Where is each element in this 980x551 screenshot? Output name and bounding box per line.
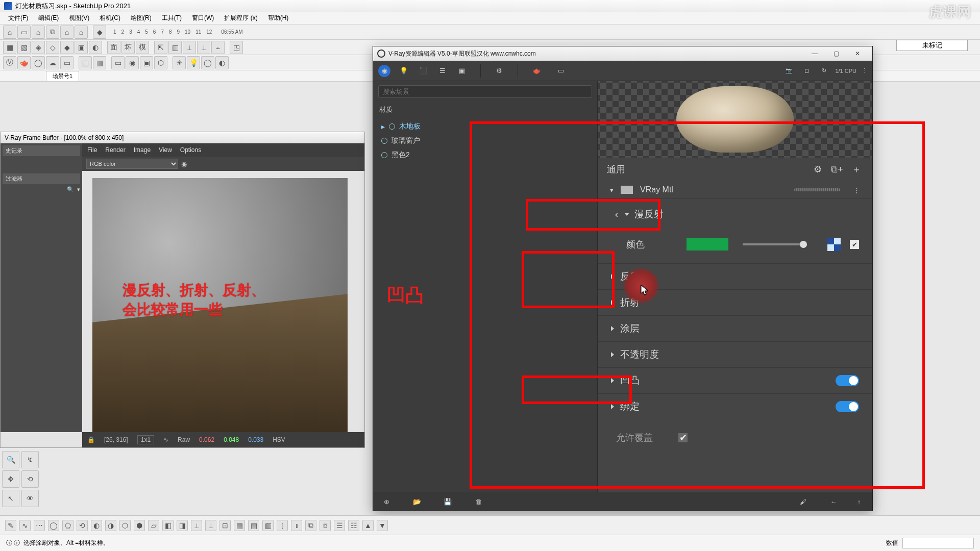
settings-icon[interactable]: ⚙ [493, 65, 505, 77]
timeline-tick[interactable]: 10 [183, 29, 192, 35]
material-preview[interactable] [598, 81, 872, 158]
menu-file[interactable]: 文件(F) [3, 12, 33, 24]
label-icon[interactable]: 面 [107, 41, 120, 54]
tool-icon[interactable]: ◆ [60, 41, 74, 54]
timeline-tick[interactable]: 12 [204, 29, 214, 35]
tool-icon[interactable]: ✎ [5, 520, 16, 531]
timeline-tick[interactable]: 4 [135, 29, 142, 35]
tool-icon[interactable]: ▥ [168, 41, 182, 54]
section-diffuse[interactable]: ‹ 漫反射 [598, 199, 872, 230]
menu-edit[interactable]: 编辑(E) [33, 12, 64, 24]
tool-icon[interactable]: ▭ [111, 56, 125, 69]
tool-icon[interactable]: ◐ [89, 41, 102, 54]
tool-icon[interactable]: ▲ [362, 520, 374, 531]
brush-icon[interactable]: 🖌 [798, 496, 808, 507]
help-icon[interactable]: ⓘ [14, 539, 20, 547]
measure-input[interactable] [902, 538, 974, 548]
menu-tools[interactable]: 工具(T) [157, 12, 187, 24]
menu-view[interactable]: 视图(V) [64, 12, 94, 24]
label-icon[interactable]: 模 [136, 41, 149, 54]
vae-titlebar[interactable]: V-Ray资源编辑器 V5.0-草图联盟汉化 www.cnwhc.com — ▢… [373, 46, 872, 61]
tool-icon[interactable]: ∿ [19, 520, 31, 531]
vfb-menu-options[interactable]: Options [180, 146, 201, 154]
chevron-down-icon[interactable]: ▾ [77, 186, 80, 193]
override-checkbox[interactable]: ✔ [678, 433, 688, 442]
lights-tab-icon[interactable]: 💡 [398, 65, 410, 77]
viewport-icon[interactable]: ◻ [800, 65, 813, 77]
bulb-icon[interactable]: 💡 [187, 56, 200, 69]
lock-icon[interactable]: 🔒 [87, 436, 95, 443]
search-input[interactable] [378, 85, 592, 98]
section-bump[interactable]: 凹凸 [598, 368, 872, 393]
tool-icon[interactable]: ⟂ [197, 41, 210, 54]
eye-icon[interactable]: 👁 [21, 490, 39, 507]
materials-tab-icon[interactable]: ◉ [378, 65, 390, 77]
add-layer-icon[interactable]: ⧉+ [830, 163, 844, 176]
tool-icon[interactable]: ⧈ [320, 520, 331, 531]
vfb-menu-view[interactable]: View [159, 146, 172, 154]
add-icon[interactable]: ＋ [850, 163, 863, 176]
camera-icon[interactable]: 📷 [783, 65, 795, 77]
menubar[interactable]: 文件(F) 编辑(E) 视图(V) 相机(C) 绘图(R) 工具(T) 窗口(W… [0, 12, 980, 24]
color-mode-select[interactable]: RGB color [86, 159, 178, 169]
tool-icon[interactable]: ⋯ [34, 520, 45, 531]
axis-icon[interactable]: ↯ [21, 451, 39, 468]
textures-tab-icon[interactable]: ▣ [456, 65, 468, 77]
layers-tab-icon[interactable]: ☰ [436, 65, 449, 77]
tool-icon[interactable]: ▤ [79, 56, 92, 69]
tool-icon[interactable]: ⬢ [134, 520, 145, 531]
tree-item-glass-window[interactable]: 玻璃窗户 [373, 134, 597, 148]
vfb-titlebar[interactable]: V-Ray Frame Buffer - [100.0% of 800 x 45… [1, 132, 364, 143]
timeline-tick[interactable]: 6 [151, 29, 158, 35]
bump-toggle[interactable] [836, 375, 859, 386]
zoom-icon[interactable]: 🔍 [2, 451, 19, 468]
tool-icon[interactable]: ◉ [126, 56, 139, 69]
tool-icon[interactable]: ☰ [334, 520, 345, 531]
sliders-icon[interactable]: ⚙ [811, 163, 824, 176]
tool-icon[interactable]: ◨ [177, 520, 188, 531]
tool-icon[interactable]: ▣ [140, 56, 153, 69]
more-icon[interactable]: ⋮ [862, 67, 867, 74]
rotate-icon[interactable]: ⟲ [21, 470, 39, 488]
diffuse-amount-slider[interactable] [743, 243, 804, 245]
cursor-icon[interactable]: ↖ [2, 490, 19, 507]
scene-tab-1[interactable]: 场景号1 [46, 71, 79, 81]
new-icon[interactable]: ⊕ [381, 496, 391, 507]
tool-icon[interactable]: ◑ [105, 520, 116, 531]
tree-item-wood-floor[interactable]: ▸木地板 [373, 119, 597, 134]
tool-icon[interactable]: ▥ [262, 520, 274, 531]
timeline-tick[interactable]: 3 [127, 29, 134, 35]
framebuffer-icon[interactable]: ▭ [555, 65, 567, 77]
expand-icon[interactable]: ▾ [610, 186, 614, 194]
tool-icon[interactable]: ◯ [32, 56, 45, 69]
timeline-tick[interactable]: 1 [111, 29, 118, 35]
tool-icon[interactable]: ◧ [162, 520, 174, 531]
info-icon[interactable]: ⓘ [6, 539, 12, 547]
tool-icon[interactable]: ◐ [91, 520, 102, 531]
tool-icon[interactable]: ▱ [148, 520, 159, 531]
bind-toggle[interactable] [836, 401, 859, 412]
open-icon[interactable]: 📂 [412, 496, 422, 507]
more-icon[interactable]: ⋮ [853, 186, 860, 194]
tool-icon[interactable]: ◐ [215, 56, 229, 69]
tool-icon[interactable]: ⊡ [219, 520, 231, 531]
tool-icon[interactable]: ⟂ [183, 41, 196, 54]
tool-icon[interactable]: ▧ [17, 41, 31, 54]
menu-help[interactable]: 帮助(H) [263, 12, 294, 24]
tool-icon[interactable]: ⬡ [154, 56, 167, 69]
tool-icon[interactable]: ◯ [201, 56, 214, 69]
timeline-tick[interactable]: 11 [193, 29, 203, 35]
cpu-label[interactable]: 1/1 CPU [835, 68, 856, 74]
tool-icon[interactable]: ⫾ [291, 520, 302, 531]
close-button[interactable]: ✕ [847, 50, 868, 57]
menu-window[interactable]: 窗口(W) [187, 12, 219, 24]
tool-icon[interactable]: ◳ [230, 41, 243, 54]
texture-slot-icon[interactable] [827, 238, 841, 251]
tool-icon[interactable]: ▼ [377, 520, 388, 531]
tool-icon[interactable]: ⌂ [3, 26, 16, 39]
back-arrow-icon[interactable]: ← [828, 496, 839, 507]
material-weight-slider[interactable] [794, 188, 840, 191]
grid-size[interactable]: 1x1 [137, 435, 154, 444]
tool-icon[interactable]: ⟂ [205, 520, 216, 531]
tool-icon[interactable]: ⌂ [60, 26, 74, 39]
